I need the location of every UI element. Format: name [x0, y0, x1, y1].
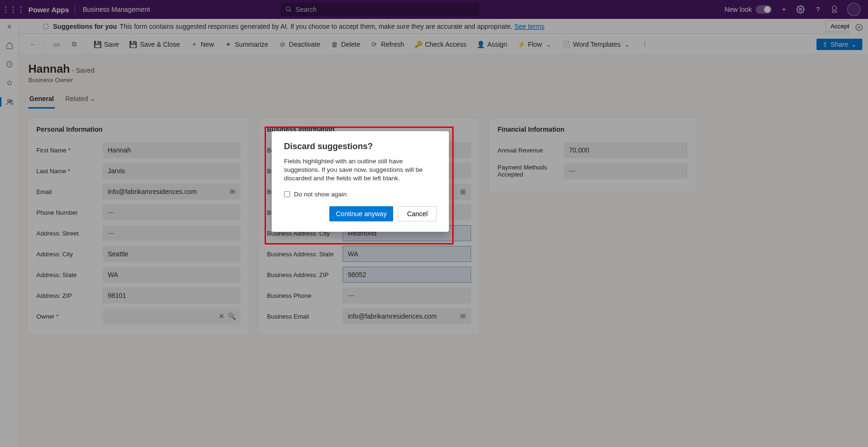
dialog-body: Fields highlighted with an outline still…: [284, 157, 437, 183]
continue-anyway-button[interactable]: Continue anyway: [329, 206, 393, 221]
checkbox-input[interactable]: [284, 191, 290, 197]
do-not-show-checkbox[interactable]: Do not show again: [284, 191, 437, 198]
dialog-title: Discard suggestions?: [284, 142, 437, 152]
cancel-button[interactable]: Cancel: [398, 206, 437, 221]
discard-suggestions-dialog: Discard suggestions? Fields highlighted …: [272, 131, 449, 232]
